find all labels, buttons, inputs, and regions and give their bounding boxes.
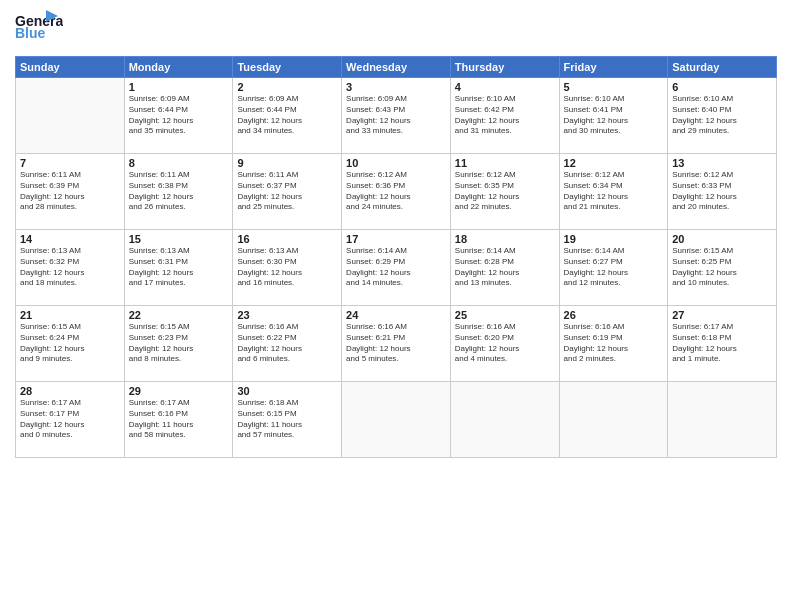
day-info: Sunrise: 6:14 AM Sunset: 6:28 PM Dayligh… [455,246,555,289]
logo-area: General Blue [15,10,63,50]
calendar-cell: 25Sunrise: 6:16 AM Sunset: 6:20 PM Dayli… [450,306,559,382]
day-number: 12 [564,157,664,169]
day-number: 3 [346,81,446,93]
day-info: Sunrise: 6:15 AM Sunset: 6:23 PM Dayligh… [129,322,229,365]
weekday-header-row: SundayMondayTuesdayWednesdayThursdayFrid… [16,57,777,78]
calendar-cell: 22Sunrise: 6:15 AM Sunset: 6:23 PM Dayli… [124,306,233,382]
day-number: 6 [672,81,772,93]
day-number: 11 [455,157,555,169]
weekday-header-sunday: Sunday [16,57,125,78]
calendar-cell: 10Sunrise: 6:12 AM Sunset: 6:36 PM Dayli… [342,154,451,230]
calendar-cell [668,382,777,458]
calendar-cell: 17Sunrise: 6:14 AM Sunset: 6:29 PM Dayli… [342,230,451,306]
day-info: Sunrise: 6:11 AM Sunset: 6:39 PM Dayligh… [20,170,120,213]
calendar-cell: 27Sunrise: 6:17 AM Sunset: 6:18 PM Dayli… [668,306,777,382]
weekday-header-thursday: Thursday [450,57,559,78]
calendar-cell: 1Sunrise: 6:09 AM Sunset: 6:44 PM Daylig… [124,78,233,154]
weekday-header-tuesday: Tuesday [233,57,342,78]
day-info: Sunrise: 6:11 AM Sunset: 6:37 PM Dayligh… [237,170,337,213]
day-number: 28 [20,385,120,397]
day-number: 30 [237,385,337,397]
calendar-cell: 30Sunrise: 6:18 AM Sunset: 6:15 PM Dayli… [233,382,342,458]
day-info: Sunrise: 6:12 AM Sunset: 6:36 PM Dayligh… [346,170,446,213]
day-info: Sunrise: 6:10 AM Sunset: 6:41 PM Dayligh… [564,94,664,137]
day-info: Sunrise: 6:09 AM Sunset: 6:43 PM Dayligh… [346,94,446,137]
day-number: 14 [20,233,120,245]
day-number: 17 [346,233,446,245]
day-info: Sunrise: 6:11 AM Sunset: 6:38 PM Dayligh… [129,170,229,213]
header: General Blue [15,10,777,50]
calendar-cell: 11Sunrise: 6:12 AM Sunset: 6:35 PM Dayli… [450,154,559,230]
calendar-cell: 5Sunrise: 6:10 AM Sunset: 6:41 PM Daylig… [559,78,668,154]
day-info: Sunrise: 6:16 AM Sunset: 6:20 PM Dayligh… [455,322,555,365]
calendar-cell: 7Sunrise: 6:11 AM Sunset: 6:39 PM Daylig… [16,154,125,230]
week-row-3: 14Sunrise: 6:13 AM Sunset: 6:32 PM Dayli… [16,230,777,306]
day-info: Sunrise: 6:13 AM Sunset: 6:32 PM Dayligh… [20,246,120,289]
calendar-cell: 21Sunrise: 6:15 AM Sunset: 6:24 PM Dayli… [16,306,125,382]
calendar-cell: 4Sunrise: 6:10 AM Sunset: 6:42 PM Daylig… [450,78,559,154]
day-number: 16 [237,233,337,245]
day-number: 20 [672,233,772,245]
day-number: 22 [129,309,229,321]
calendar-cell: 13Sunrise: 6:12 AM Sunset: 6:33 PM Dayli… [668,154,777,230]
day-info: Sunrise: 6:18 AM Sunset: 6:15 PM Dayligh… [237,398,337,441]
calendar-table: SundayMondayTuesdayWednesdayThursdayFrid… [15,56,777,458]
calendar-cell: 16Sunrise: 6:13 AM Sunset: 6:30 PM Dayli… [233,230,342,306]
calendar-cell: 12Sunrise: 6:12 AM Sunset: 6:34 PM Dayli… [559,154,668,230]
weekday-header-friday: Friday [559,57,668,78]
day-number: 18 [455,233,555,245]
calendar-cell: 8Sunrise: 6:11 AM Sunset: 6:38 PM Daylig… [124,154,233,230]
day-info: Sunrise: 6:12 AM Sunset: 6:35 PM Dayligh… [455,170,555,213]
day-number: 19 [564,233,664,245]
calendar-cell [450,382,559,458]
page: General Blue SundayMondayTuesdayWednesda… [0,0,792,612]
calendar-cell: 19Sunrise: 6:14 AM Sunset: 6:27 PM Dayli… [559,230,668,306]
calendar-cell: 24Sunrise: 6:16 AM Sunset: 6:21 PM Dayli… [342,306,451,382]
day-number: 9 [237,157,337,169]
svg-text:Blue: Blue [15,25,46,41]
calendar-cell: 15Sunrise: 6:13 AM Sunset: 6:31 PM Dayli… [124,230,233,306]
day-number: 23 [237,309,337,321]
day-info: Sunrise: 6:16 AM Sunset: 6:22 PM Dayligh… [237,322,337,365]
day-info: Sunrise: 6:13 AM Sunset: 6:31 PM Dayligh… [129,246,229,289]
day-number: 5 [564,81,664,93]
calendar-cell: 3Sunrise: 6:09 AM Sunset: 6:43 PM Daylig… [342,78,451,154]
day-info: Sunrise: 6:12 AM Sunset: 6:33 PM Dayligh… [672,170,772,213]
day-number: 10 [346,157,446,169]
week-row-1: 1Sunrise: 6:09 AM Sunset: 6:44 PM Daylig… [16,78,777,154]
weekday-header-saturday: Saturday [668,57,777,78]
day-number: 29 [129,385,229,397]
day-info: Sunrise: 6:09 AM Sunset: 6:44 PM Dayligh… [129,94,229,137]
day-number: 21 [20,309,120,321]
calendar-cell: 6Sunrise: 6:10 AM Sunset: 6:40 PM Daylig… [668,78,777,154]
day-info: Sunrise: 6:15 AM Sunset: 6:24 PM Dayligh… [20,322,120,365]
week-row-4: 21Sunrise: 6:15 AM Sunset: 6:24 PM Dayli… [16,306,777,382]
logo-icon: General Blue [15,10,63,46]
calendar-cell [16,78,125,154]
calendar-cell [559,382,668,458]
day-info: Sunrise: 6:09 AM Sunset: 6:44 PM Dayligh… [237,94,337,137]
day-info: Sunrise: 6:15 AM Sunset: 6:25 PM Dayligh… [672,246,772,289]
day-number: 4 [455,81,555,93]
day-info: Sunrise: 6:10 AM Sunset: 6:40 PM Dayligh… [672,94,772,137]
day-info: Sunrise: 6:16 AM Sunset: 6:19 PM Dayligh… [564,322,664,365]
weekday-header-wednesday: Wednesday [342,57,451,78]
calendar-cell: 9Sunrise: 6:11 AM Sunset: 6:37 PM Daylig… [233,154,342,230]
day-number: 15 [129,233,229,245]
calendar-cell: 28Sunrise: 6:17 AM Sunset: 6:17 PM Dayli… [16,382,125,458]
day-info: Sunrise: 6:14 AM Sunset: 6:29 PM Dayligh… [346,246,446,289]
calendar-cell: 23Sunrise: 6:16 AM Sunset: 6:22 PM Dayli… [233,306,342,382]
calendar-cell: 29Sunrise: 6:17 AM Sunset: 6:16 PM Dayli… [124,382,233,458]
day-number: 7 [20,157,120,169]
day-info: Sunrise: 6:17 AM Sunset: 6:16 PM Dayligh… [129,398,229,441]
day-number: 27 [672,309,772,321]
day-number: 25 [455,309,555,321]
calendar-cell: 2Sunrise: 6:09 AM Sunset: 6:44 PM Daylig… [233,78,342,154]
calendar-cell: 14Sunrise: 6:13 AM Sunset: 6:32 PM Dayli… [16,230,125,306]
week-row-2: 7Sunrise: 6:11 AM Sunset: 6:39 PM Daylig… [16,154,777,230]
day-info: Sunrise: 6:17 AM Sunset: 6:18 PM Dayligh… [672,322,772,365]
day-info: Sunrise: 6:13 AM Sunset: 6:30 PM Dayligh… [237,246,337,289]
weekday-header-monday: Monday [124,57,233,78]
day-info: Sunrise: 6:12 AM Sunset: 6:34 PM Dayligh… [564,170,664,213]
calendar-cell: 20Sunrise: 6:15 AM Sunset: 6:25 PM Dayli… [668,230,777,306]
